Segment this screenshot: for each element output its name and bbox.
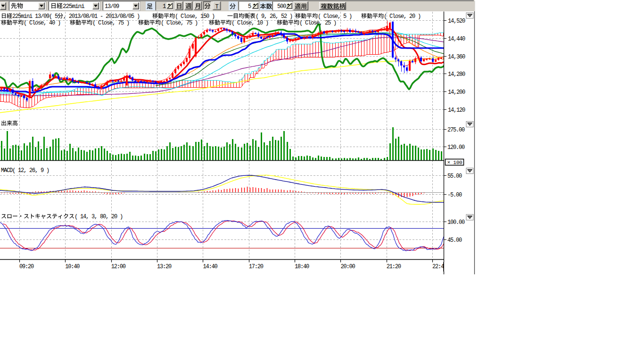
svg-text:09:20: 09:20	[19, 263, 34, 270]
svg-text:225mini 13/09( 5: 225mini 13/09( 5	[12, 13, 58, 20]
svg-text:14,360: 14,360	[448, 54, 465, 60]
svg-text:MACD( 12, 26, 9 ): MACD( 12, 26, 9 )	[1, 167, 49, 174]
svg-text:13:20: 13:20	[157, 263, 172, 270]
svg-text:120.00: 120.00	[447, 144, 465, 151]
svg-text:14,280: 14,280	[448, 71, 465, 78]
svg-text:10:40: 10:40	[65, 263, 80, 270]
svg-text:( Close, 10 ): ( Close, 10 )	[231, 20, 268, 26]
svg-text:225mini: 225mini	[63, 3, 85, 10]
svg-text:( Close, 25 ): ( Close, 25 )	[299, 20, 336, 26]
svg-text:13/09: 13/09	[105, 3, 119, 10]
svg-text:14,200: 14,200	[448, 89, 465, 96]
svg-text:45.00: 45.00	[447, 237, 462, 244]
svg-text:( Close, 40 ): ( Close, 40 )	[24, 20, 60, 26]
svg-text:( Close, 75 ): ( Close, 75 )	[92, 20, 129, 26]
svg-text:( Close, 20 ): ( Close, 20 )	[384, 13, 421, 20]
svg-text:12:00: 12:00	[111, 263, 126, 270]
svg-text:T: T	[215, 4, 219, 10]
svg-text:100.00: 100.00	[447, 219, 465, 226]
svg-text:14:40: 14:40	[203, 263, 217, 270]
svg-text:275.00: 275.00	[447, 127, 465, 133]
svg-text:( 14, 3, 80, 20 ): ( 14, 3, 80, 20 )	[74, 214, 123, 220]
svg-text:14,120: 14,120	[448, 107, 465, 114]
svg-text:, 2013/08/01 - 2013/08/05 ): , 2013/08/01 - 2013/08/05 )	[63, 13, 140, 20]
svg-text:14,440: 14,440	[448, 36, 465, 42]
svg-text:18:40: 18:40	[295, 263, 309, 270]
svg-text:20:00: 20:00	[340, 263, 355, 270]
svg-text:( 9, 26, 52 ): ( 9, 26, 52 )	[256, 13, 292, 20]
svg-text:5: 5	[248, 3, 251, 10]
svg-text:( Close, 5 ): ( Close, 5 )	[318, 13, 352, 20]
svg-text:( Close, 150 ): ( Close, 150 )	[175, 13, 215, 20]
svg-text:21:20: 21:20	[387, 263, 401, 270]
svg-text:× 100: × 100	[447, 160, 462, 165]
svg-text:500: 500	[277, 3, 286, 10]
svg-text:17:20: 17:20	[249, 263, 264, 270]
svg-text:55.00: 55.00	[447, 173, 462, 180]
svg-text:-5.00: -5.00	[447, 192, 462, 198]
svg-text:( Close, 75 ): ( Close, 75 )	[161, 20, 198, 26]
svg-text:14,520: 14,520	[448, 18, 465, 25]
svg-text:1: 1	[163, 3, 166, 10]
